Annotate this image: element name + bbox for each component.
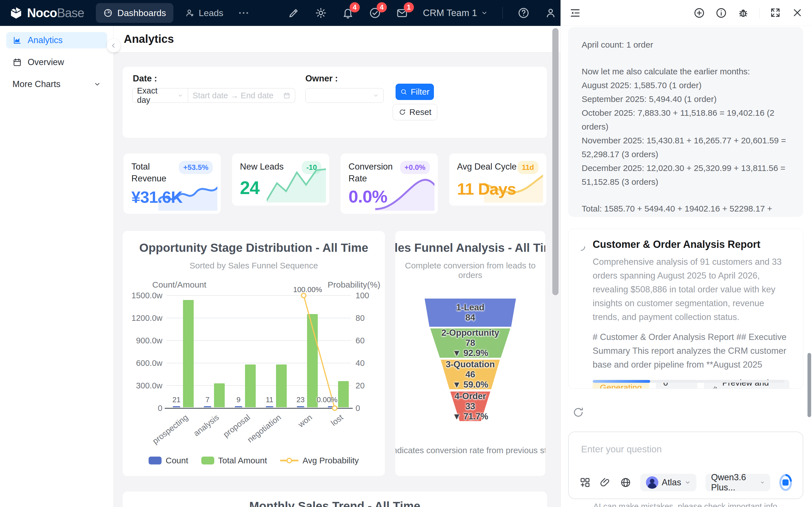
stop-generation-button[interactable] [779,474,792,491]
thinking-text-line: November 2025: 15,430.81 + 16,265.77 + 2… [581,133,790,161]
legend-item[interactable]: Total Amount [201,456,267,465]
notifications-button[interactable]: 4 [342,7,354,19]
bar-chart-plot: 1500.0w1001200.0w80900.0w60600.0w40300.0… [166,295,351,408]
y-axis-tick-right: 80 [356,314,364,323]
chevron-left-icon [110,42,117,49]
legend-item[interactable]: Count [149,456,188,465]
sidebar-collapse-button[interactable] [107,39,120,52]
sidebar-item-label: More Charts [12,79,61,89]
filter-button[interactable]: Filter [396,83,434,100]
x-axis-label: prospecting [151,413,190,446]
new-chat-button[interactable] [693,7,705,19]
x-axis-label: lost [329,413,345,428]
conversation-list-button[interactable] [569,7,581,19]
expand-panel-button[interactable] [770,7,781,19]
settings-button[interactable] [315,7,327,19]
attach-button[interactable] [600,477,611,488]
report-description: Comprehensive analysis of 91 customers a… [593,255,790,324]
chevron-down-icon [94,80,101,88]
web-search-button[interactable] [620,477,631,488]
ui-editor-button[interactable] [288,7,300,19]
tab-dashboards[interactable]: Dashboards [96,3,173,23]
thinking-text-line: Total: 1585.70 + 5494.40 + 19402.16 + 52… [581,202,790,217]
tasks-button[interactable]: 4 [369,7,381,19]
help-button[interactable] [517,7,530,19]
panel-scrollbar[interactable] [808,353,811,417]
question-circle-icon [517,7,530,19]
funnel-note: ▼ indicates conversion rate from previou… [395,446,545,455]
legend-label: Total Amount [218,456,267,465]
apps-button[interactable] [579,477,591,488]
y-axis-tick-right: 100 [356,291,369,300]
date-range-input[interactable]: Start date → End date [188,88,295,103]
agent-avatar [646,476,658,489]
report-artifact-card[interactable]: Customer & Order Analysis Report Compreh… [568,229,803,389]
y-axis-tick-right: 40 [356,358,364,368]
stat-badge: +53.5% [179,161,213,174]
sidebar-item-more-charts[interactable]: More Charts [6,76,107,93]
chart-legend: CountTotal AmountAvg Probability [123,456,385,465]
chat-input-card[interactable]: Enter your question [568,432,803,499]
team-name: CRM Team 1 [423,8,477,18]
info-button[interactable] [715,7,727,19]
main-scrollbar[interactable] [552,28,559,295]
regenerate-button[interactable] [572,406,585,418]
chevron-down-icon [684,480,691,486]
y-axis-tick-left: 900.0w [136,336,162,345]
messages-button[interactable]: 1 [396,7,408,19]
stat-value: 11 Days [457,179,539,198]
stat-card-conversion-rate: Conversion Rate +0.0% 0.0% [341,154,438,214]
team-selector[interactable]: CRM Team 1 [423,8,488,18]
opportunity-stage-chart-card: Opportunity Stage Distribution - All Tim… [123,231,385,476]
stat-card-total-revenue: Total Revenue +53.5% ¥31.6K [123,154,221,214]
header-divider [759,8,760,18]
user-icon [545,7,557,19]
chart-subtitle: Sorted by Sales Funnel Sequence [123,261,385,270]
user-menu-button[interactable] [545,7,557,19]
stat-card-new-leads: New Leads -10 24 [232,154,329,206]
report-title: Customer & Order Analysis Report [593,238,790,250]
ai-panel-header [561,0,812,26]
main-area: Analytics Date : Exact day Start date → … [114,26,560,507]
legend-item[interactable]: Avg Probability [280,456,359,465]
y-axis-tick-left: 600.0w [136,358,162,368]
debug-button[interactable] [737,7,749,19]
filter-button-label: Filter [411,87,430,97]
sales-funnel-chart-card: Sales Funnel Analysis - All Time Complet… [395,231,545,476]
close-icon [792,7,803,18]
thinking-text-line: April count: 1 order [581,38,790,52]
chart-title: Sales Funnel Analysis - All Time [395,241,545,255]
date-type-select[interactable]: Exact day [132,88,188,103]
globe-icon [620,477,631,488]
agent-selector[interactable]: Atlas [640,474,696,491]
sidebar-item-analytics[interactable]: Analytics [6,32,107,48]
date-type-value: Exact day [137,86,172,105]
grid-plus-icon [579,477,591,488]
tab-leads[interactable]: Leads [177,3,231,23]
legend-label: Avg Probability [303,456,359,465]
y-axis-tick-right: 60 [356,336,364,345]
monthly-sales-trend-card: Monthly Sales Trend - All Time [123,492,547,507]
sidebar-item-label: Analytics [28,35,63,45]
chevron-down-icon [760,480,765,486]
highlighter-icon [288,7,300,19]
avg-probability-line [166,295,351,408]
nocobase-logo[interactable]: NocoBase [0,6,96,20]
person-plus-icon [185,8,194,18]
reset-button[interactable]: Reset [393,104,437,120]
y-axis-tick-left: 300.0w [136,381,162,390]
close-panel-button[interactable] [792,7,804,19]
model-selector[interactable]: Qwen3.6 Plus... [705,474,770,491]
area-chart-icon [12,36,22,45]
thinking-text-line: December 2025: 12,020.30 + 25,320.99 + 1… [581,161,790,189]
bar-chart-icon [711,383,718,389]
sidebar-item-overview[interactable]: Overview [6,54,107,70]
more-tabs-button[interactable] [235,12,253,14]
y-axis-tick-right: 0 [356,404,360,413]
messages-badge: 1 [404,2,414,12]
tab-label: Dashboards [117,8,166,18]
y-axis-tick-left: 0 [158,404,162,413]
report-preview-text: # Customer & Order Analysis Report ## Ex… [593,330,790,372]
owner-select[interactable] [305,88,384,103]
chevron-down-icon [481,10,488,16]
